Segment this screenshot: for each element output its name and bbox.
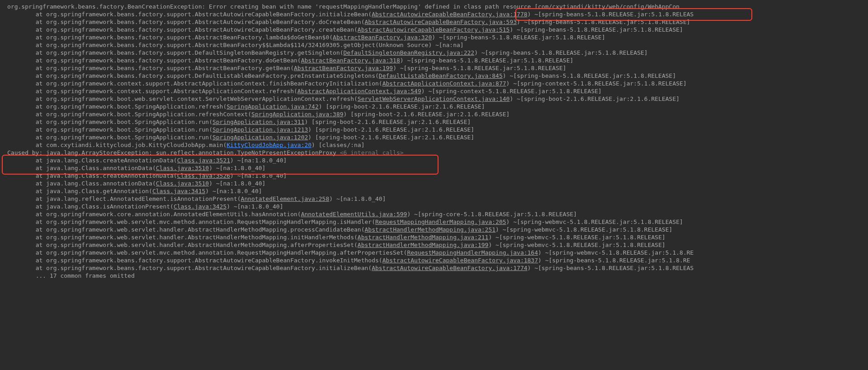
- source-link[interactable]: AbstractHandlerMethodMapping.java:251: [365, 226, 496, 233]
- stacktrace-line: at org.springframework.beans.factory.sup…: [7, 72, 868, 80]
- source-link[interactable]: AbstractAutowireCapableBeanFactory.java:…: [358, 26, 510, 33]
- source-link[interactable]: AbstractBeanFactory.java:199: [294, 65, 393, 71]
- stacktrace-line: at org.springframework.beans.factory.sup…: [7, 57, 868, 64]
- stacktrace-line: at java.lang.Class.createAnnotationData(…: [7, 172, 868, 180]
- source-link[interactable]: AbstractHandlerMethodMapping.java:199: [358, 242, 489, 248]
- source-link[interactable]: KittyCloudJobApp.java:20: [226, 142, 311, 148]
- source-link[interactable]: AbstractAutowireCapableBeanFactory.java:…: [365, 19, 517, 25]
- stacktrace-line: at org.springframework.core.annotation.A…: [7, 210, 868, 218]
- source-link[interactable]: SpringApplication.java:1202: [212, 134, 308, 141]
- stacktrace-line: at org.springframework.web.servlet.mvc.m…: [7, 218, 868, 226]
- source-link[interactable]: Class.java:3415: [152, 188, 205, 194]
- source-link[interactable]: Class.java:3425: [174, 203, 226, 210]
- stacktrace-line: at org.springframework.boot.SpringApplic…: [7, 103, 868, 110]
- source-link[interactable]: AbstractBeanFactory.java:318: [301, 57, 400, 64]
- stacktrace-line: at java.lang.Class.createAnnotationData(…: [7, 157, 868, 164]
- stacktrace-line: at org.springframework.beans.factory.sup…: [7, 64, 868, 72]
- stacktrace-line: at org.springframework.beans.factory.sup…: [7, 10, 868, 18]
- source-link[interactable]: AbstractApplicationContext.java:549: [297, 88, 421, 95]
- stacktrace-line: at org.springframework.boot.web.servlet.…: [7, 95, 868, 103]
- stacktrace-line: at org.springframework.beans.factory.sup…: [7, 26, 868, 33]
- stacktrace-line: at org.springframework.boot.SpringApplic…: [7, 126, 868, 133]
- source-link[interactable]: Class.java:3526: [177, 172, 230, 179]
- source-link[interactable]: AnnotatedElement.java:258: [241, 195, 330, 202]
- source-link[interactable]: AbstractAutowireCapableBeanFactory.java:…: [372, 11, 527, 18]
- stacktrace-line: ... 17 common frames omitted: [7, 272, 868, 280]
- stacktrace-line: at java.lang.Class.annotationData(Class.…: [7, 164, 868, 172]
- stacktrace-line: at org.springframework.beans.factory.sup…: [7, 33, 868, 41]
- source-link[interactable]: Class.java:3510: [156, 180, 209, 187]
- source-link[interactable]: AbstractAutowireCapableBeanFactory.java:…: [372, 265, 527, 271]
- source-link[interactable]: AbstractHandlerMethodMapping.java:211: [358, 234, 489, 241]
- stacktrace-line: at org.springframework.boot.SpringApplic…: [7, 118, 868, 126]
- stacktrace-line: org.springframework.beans.factory.BeanCr…: [7, 3, 868, 10]
- stacktrace-line: at com.cxytiandi.kittycloud.job.KittyClo…: [7, 141, 868, 149]
- stacktrace-line: at org.springframework.web.servlet.mvc.m…: [7, 249, 868, 256]
- source-link[interactable]: RequestMappingHandlerMapping.java:164: [407, 249, 538, 256]
- stacktrace-line: at org.springframework.context.support.A…: [7, 87, 868, 95]
- source-link[interactable]: DefaultListableBeanFactory.java:845: [379, 72, 503, 79]
- source-link[interactable]: AbstractApplicationContext.java:877: [382, 80, 506, 87]
- stacktrace-line: at java.lang.Class.isAnnotationPresent(C…: [7, 203, 868, 210]
- source-link[interactable]: ServletWebServerApplicationContext.java:…: [358, 95, 510, 102]
- stacktrace-line: at org.springframework.web.servlet.handl…: [7, 226, 868, 233]
- stacktrace-line: at org.springframework.beans.factory.sup…: [7, 49, 868, 57]
- stacktrace-line: at java.lang.reflect.AnnotatedElement.is…: [7, 195, 868, 203]
- source-link[interactable]: SpringApplication.java:742: [226, 103, 319, 110]
- stacktrace-line: Caused by: java.lang.ArrayStoreException…: [7, 149, 868, 157]
- source-link[interactable]: RequestMappingHandlerMapping.java:205: [375, 218, 506, 225]
- source-link[interactable]: SpringApplication.java:1213: [212, 126, 308, 133]
- stacktrace-line: at org.springframework.beans.factory.sup…: [7, 41, 868, 49]
- stacktrace-line: at org.springframework.boot.SpringApplic…: [7, 110, 868, 118]
- source-link[interactable]: AnnotatedElementUtils.java:599: [301, 211, 407, 218]
- source-link[interactable]: AbstractAutowireCapableBeanFactory.java:…: [382, 257, 538, 264]
- stacktrace-line: at org.springframework.web.servlet.handl…: [7, 233, 868, 241]
- collapsed-frames-note[interactable]: <6 internal calls>: [340, 149, 404, 156]
- stacktrace-console[interactable]: org.springframework.beans.factory.BeanCr…: [0, 0, 868, 280]
- stacktrace-line: at org.springframework.context.support.A…: [7, 80, 868, 87]
- stacktrace-line: at java.lang.Class.getAnnotation(Class.j…: [7, 187, 868, 195]
- source-link[interactable]: AbstractBeanFactory.java:320: [333, 34, 432, 41]
- stacktrace-line: at org.springframework.web.servlet.handl…: [7, 241, 868, 249]
- stacktrace-line: at org.springframework.boot.SpringApplic…: [7, 133, 868, 141]
- source-link[interactable]: Class.java:3510: [156, 165, 209, 171]
- source-link[interactable]: DefaultSingletonBeanRegistry.java:222: [344, 49, 475, 56]
- stacktrace-line: at org.springframework.beans.factory.sup…: [7, 256, 868, 264]
- source-link[interactable]: Class.java:3521: [177, 157, 230, 164]
- stacktrace-line: at java.lang.Class.annotationData(Class.…: [7, 180, 868, 187]
- source-link[interactable]: SpringApplication.java:311: [212, 119, 305, 125]
- stacktrace-line: at org.springframework.beans.factory.sup…: [7, 264, 868, 272]
- stacktrace-line: at org.springframework.beans.factory.sup…: [7, 18, 868, 26]
- source-link[interactable]: SpringApplication.java:389: [251, 111, 344, 118]
